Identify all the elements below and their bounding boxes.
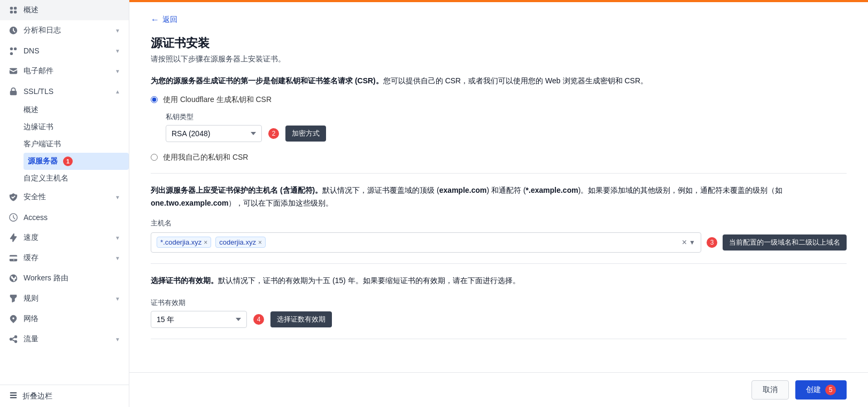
radio-own-label: 使用我自己的私钥和 CSR	[163, 153, 248, 162]
hostname-field-wrapper: 主机名 *.coderjia.xyz × coderjia.xyz × × ▼	[151, 218, 847, 253]
chevron-down-icon-traffic: ▼	[115, 336, 120, 342]
origin-server-label: 源服务器	[28, 156, 58, 166]
key-type-select-row: RSA (2048) 2 加密方式	[166, 125, 847, 142]
hostname-label: 主机名	[151, 218, 847, 228]
step5-badge: 5	[825, 385, 836, 395]
tag1-close[interactable]: ×	[204, 239, 207, 246]
tag2-label: coderjia.xyz	[219, 238, 256, 246]
cancel-button[interactable]: 取消	[751, 380, 789, 400]
sidebar-item-traffic[interactable]: 流量 ▼	[0, 329, 129, 349]
origin-server-badge: 1	[63, 156, 73, 166]
sidebar-item-workers-label: Workers 路由	[24, 273, 68, 283]
sidebar-item-workers[interactable]: Workers 路由	[0, 268, 129, 288]
sidebar-item-network[interactable]: 网络	[0, 309, 129, 329]
sidebar-item-edge-cert[interactable]: 边缘证书	[24, 119, 129, 136]
sidebar-item-email[interactable]: 电子邮件 ▼	[0, 61, 129, 81]
chevron-down-icon-speed: ▼	[115, 235, 120, 241]
sidebar-item-traffic-label: 流量	[24, 334, 38, 344]
divider-3	[151, 339, 847, 339]
hostname-dropdown-icon[interactable]: ▼	[689, 239, 695, 246]
chevron-down-icon-security: ▼	[115, 194, 120, 200]
validity-field-wrapper: 证书有效期 15 年 4 选择证数有效期	[151, 298, 847, 328]
radio-option-cloudflare: 使用 Cloudflare 生成私钥和 CSR	[151, 95, 847, 105]
create-button[interactable]: 创建 5	[795, 380, 847, 400]
client-cert-label: 客户端证书	[24, 139, 61, 149]
lightning-icon	[9, 233, 18, 242]
key-type-tooltip: 加密方式	[285, 126, 326, 142]
sidebar-item-access-label: Access	[24, 213, 48, 222]
radio-cloudflare[interactable]	[151, 96, 158, 103]
sidebar-item-overview[interactable]: 概述	[0, 0, 129, 20]
validity-tooltip: 选择证数有效期	[270, 311, 332, 327]
clock-icon	[9, 26, 18, 35]
key-type-label: 私钥类型	[166, 112, 847, 122]
radio-own[interactable]	[151, 154, 158, 161]
sidebar-item-ssl-overview[interactable]: 概述	[24, 101, 129, 119]
sidebar-item-rules-label: 规则	[24, 294, 38, 303]
step4-badge: 4	[253, 314, 264, 325]
chevron-down-icon-rules: ▼	[115, 296, 120, 302]
main-content: ← 返回 源证书安装 请按照以下步骤在源服务器上安装证书。 为您的源服务器生成证…	[129, 0, 868, 407]
chevron-up-icon-ssl: ▲	[115, 89, 120, 95]
key-type-section: 私钥类型 RSA (2048) 2 加密方式	[166, 112, 847, 142]
chevron-down-icon-dns: ▼	[115, 48, 120, 54]
custom-hostname-label: 自定义主机名	[24, 174, 68, 183]
content-area: ← 返回 源证书安装 请按照以下步骤在源服务器上安装证书。 为您的源服务器生成证…	[129, 2, 868, 372]
sidebar-item-client-cert[interactable]: 客户端证书	[24, 136, 129, 153]
sidebar-item-cache-label: 缓存	[24, 253, 38, 263]
sidebar-item-custom-hostname[interactable]: 自定义主机名	[24, 170, 129, 187]
sidebar-item-speed-label: 速度	[24, 233, 38, 242]
sidebar-item-dns[interactable]: DNS ▼	[0, 41, 129, 61]
validity-label: 证书有效期	[151, 298, 847, 308]
sidebar-item-access[interactable]: Access	[0, 207, 129, 228]
sidebar-collapse[interactable]: 折叠边栏	[0, 385, 129, 407]
hostname-input-row: *.coderjia.xyz × coderjia.xyz × × ▼ 3 当前…	[151, 232, 847, 253]
page-subtitle: 请按照以下步骤在源服务器上安装证书。	[151, 54, 847, 64]
chevron-down-icon: ▼	[115, 28, 120, 34]
collapse-icon	[9, 390, 18, 402]
lock-icon	[9, 87, 18, 96]
divider-1	[151, 173, 847, 174]
key-type-select[interactable]: RSA (2048)	[166, 125, 262, 142]
grid-icon	[9, 5, 18, 15]
create-button-label: 创建	[806, 385, 821, 395]
validity-select[interactable]: 15 年	[151, 311, 247, 328]
arrow-left-icon: ←	[151, 15, 159, 25]
disk-icon	[9, 253, 18, 263]
access-icon	[9, 213, 18, 222]
dns-icon	[9, 46, 18, 56]
sidebar-item-analytics[interactable]: 分析和日志 ▼	[0, 20, 129, 41]
envelope-icon	[9, 66, 18, 76]
sidebar-item-rules[interactable]: 规则 ▼	[0, 288, 129, 309]
sidebar-item-email-label: 电子邮件	[24, 66, 53, 76]
page-title: 源证书安装	[151, 35, 847, 51]
chevron-down-icon-email: ▼	[115, 68, 120, 74]
edge-cert-label: 边缘证书	[24, 122, 53, 132]
shield-icon	[9, 192, 18, 202]
sidebar-item-speed[interactable]: 速度 ▼	[0, 228, 129, 248]
ssl-overview-label: 概述	[24, 105, 38, 115]
hostname-tag-2: coderjia.xyz ×	[215, 237, 266, 248]
tag1-label: *.coderjia.xyz	[160, 238, 201, 246]
radio-option-own: 使用我自己的私钥和 CSR	[151, 153, 847, 162]
tag2-close[interactable]: ×	[258, 239, 262, 246]
sidebar-item-origin-server[interactable]: 源服务器 1	[24, 153, 129, 170]
sidebar-item-network-label: 网络	[24, 314, 38, 324]
hostname-clear-icon[interactable]: ×	[682, 238, 687, 247]
hostname-box[interactable]: *.coderjia.xyz × coderjia.xyz × × ▼	[151, 232, 701, 253]
divider-2	[151, 263, 847, 264]
sidebar-item-ssltls-label: SSL/TLS	[24, 87, 53, 96]
sidebar-item-cache[interactable]: 缓存 ▼	[0, 248, 129, 268]
hostname-tooltip: 当前配置的一级域名和二级以上域名	[723, 234, 847, 251]
location-icon	[9, 314, 18, 324]
ssl-sub-menu: 概述 边缘证书 客户端证书 源服务器 1 自定义主机名	[0, 101, 129, 187]
step2-badge: 2	[268, 128, 279, 139]
validity-select-row: 15 年 4 选择证数有效期	[151, 311, 847, 328]
csr-description: 为您的源服务器生成证书的第一步是创建私钥和证书签名请求 (CSR)。您可以提供自…	[151, 75, 847, 87]
share-icon	[9, 334, 18, 344]
sidebar-item-ssltls[interactable]: SSL/TLS ▲	[0, 81, 129, 101]
validity-description: 选择证书的有效期。默认情况下，证书的有效期为十五 (15) 年。如果要缩短证书的…	[151, 275, 847, 287]
hostname-actions: × ▼	[682, 238, 695, 247]
sidebar-item-security[interactable]: 安全性 ▼	[0, 187, 129, 207]
back-link[interactable]: ← 返回	[151, 15, 847, 25]
